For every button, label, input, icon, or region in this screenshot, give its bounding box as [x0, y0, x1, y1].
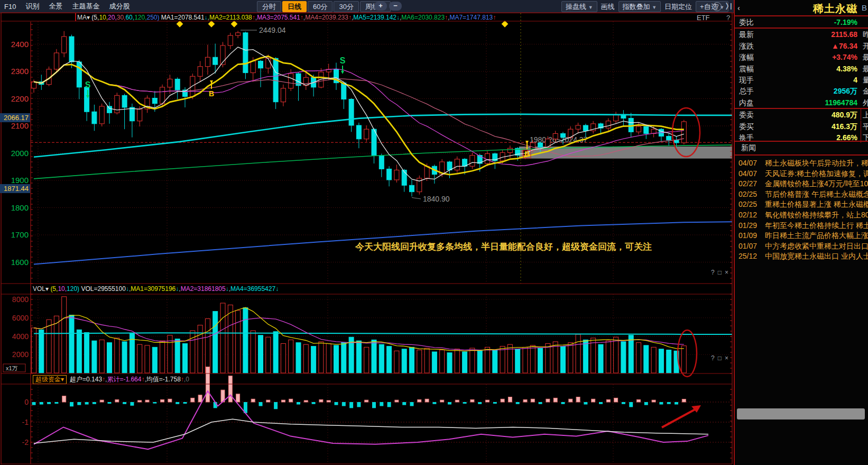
- svg-text:S: S: [85, 80, 91, 89]
- stat-clipped-label: 上: [863, 111, 868, 120]
- svg-text:0: 0: [24, 398, 29, 406]
- svg-text:-2: -2: [22, 438, 29, 446]
- news-date: 01/09: [738, 231, 757, 240]
- stat-row-最新: 最新2115.68昨: [735, 29, 868, 40]
- svg-text:2200: 2200: [11, 94, 29, 103]
- news-title: 氧化镨钕价格持续攀升，站上80: [765, 211, 868, 220]
- stat-row-内盘: 内盘11964784外: [735, 97, 868, 108]
- svg-text:-1: -1: [22, 418, 29, 426]
- stat-value: 4.38%: [767, 65, 857, 73]
- svg-text:1871.44: 1871.44: [4, 185, 29, 193]
- news-item[interactable]: 01/29年初至今稀土价格持续上行 稀土: [735, 220, 868, 231]
- news-title: 重稀土价格显著上涨 稀土永磁概: [765, 200, 868, 209]
- stat-clipped-label: 平: [863, 122, 868, 132]
- symbol-name[interactable]: 稀土永磁: [813, 2, 857, 16]
- news-item[interactable]: 01/09昨日稀土主流产品价格大幅上涨: [735, 230, 868, 241]
- quote-panel: ‹ 稀土永磁 B 委比-7.19%最新2115.68昨涨跌▲76.34开涨幅+3…: [734, 0, 868, 465]
- news-title: 节后价格普涨 午后稀土永磁概念: [765, 190, 868, 199]
- news-date: 04/07: [738, 159, 757, 167]
- stat-label: 内盘: [739, 98, 754, 108]
- news-title: 中方考虑收紧中重稀土对日出口: [765, 242, 868, 251]
- news-title: 昨日稀土主流产品价格大幅上涨: [765, 231, 868, 241]
- stat-row-震幅: 震幅4.38%最: [735, 63, 868, 74]
- stat-value: +3.74%: [767, 53, 857, 61]
- svg-text:1800: 1800: [11, 203, 29, 212]
- svg-text:B: B: [524, 150, 530, 158]
- stat-label: 委比: [739, 18, 754, 28]
- stat-clipped-label: 金: [863, 87, 868, 96]
- stat-label: 委卖: [739, 111, 754, 120]
- news-title: 稀土永磁板块午后异动拉升，稀: [765, 159, 868, 168]
- stat-row-现手: 现手4量: [735, 74, 868, 85]
- stat-row-涨跌: 涨跌▲76.34开: [735, 40, 868, 51]
- news-item[interactable]: 02/27金属镨钕价格上涨4万元/吨至10: [735, 178, 868, 189]
- svg-text:1900: 1900: [11, 176, 29, 185]
- stat-row-委买: 委买416.3万平: [735, 121, 868, 132]
- stat-value: 416.3万: [767, 122, 857, 132]
- stat-clipped-label: 最: [863, 65, 868, 74]
- svg-text:2300: 2300: [11, 67, 29, 76]
- volume-bars: [32, 297, 687, 373]
- news-date: 25/12: [738, 252, 757, 260]
- svg-text:2400: 2400: [11, 40, 29, 49]
- stat-clipped-label: 量: [863, 76, 868, 85]
- svg-text:x1万: x1万: [6, 365, 18, 371]
- news-item[interactable]: 25/12中国放宽稀土永磁出口 业内人士: [735, 251, 868, 261]
- stat-clipped-label: 开: [863, 42, 868, 51]
- news-date: 02/12: [738, 211, 757, 219]
- svg-text:2066.17: 2066.17: [4, 114, 29, 122]
- stat-value: ▲76.34: [767, 42, 857, 50]
- stat-value: 2115.68: [767, 30, 857, 39]
- stat-label: 最新: [739, 30, 754, 40]
- stat-value: 4: [767, 76, 857, 84]
- svg-text:4000: 4000: [12, 332, 29, 341]
- stat-value: 2956万: [767, 87, 857, 96]
- news-item[interactable]: 02/12氧化镨钕价格持续攀升，站上80: [735, 209, 868, 220]
- stat-row-委比: 委比-7.19%: [735, 16, 868, 28]
- stat-clipped-label: 最: [863, 53, 868, 62]
- svg-text:今天大阳线回升收复多条均线，半日量能配合良好，超级资金回流，: 今天大阳线回升收复多条均线，半日量能配合良好，超级资金回流，可关注: [355, 242, 652, 252]
- news-item[interactable]: 04/07稀土永磁板块午后异动拉升，稀: [735, 158, 868, 168]
- news-date: 02/25: [738, 200, 757, 208]
- svg-text:1600: 1600: [11, 258, 29, 267]
- news-date: 04/07: [738, 169, 757, 178]
- stat-label: 现手: [739, 76, 754, 85]
- news-title: 金属镨钕价格上涨4万元/吨至10: [765, 179, 868, 189]
- stat-clipped-label: 外: [863, 98, 868, 108]
- news-title: 中国放宽稀土永磁出口 业内人士: [765, 252, 868, 261]
- news-title: 天风证券:稀土价格加速修复，调: [765, 169, 868, 179]
- svg-text:B: B: [209, 89, 214, 98]
- news-header-bar[interactable]: 新闻: [735, 141, 868, 156]
- stat-row-涨幅: 涨幅+3.74%最: [735, 51, 868, 62]
- news-item[interactable]: 04/07天风证券:稀土价格加速修复，调: [735, 168, 868, 179]
- svg-text:1700: 1700: [11, 230, 29, 239]
- svg-text:S: S: [340, 56, 346, 65]
- svg-text:2449.04: 2449.04: [259, 26, 286, 34]
- news-item[interactable]: 02/25重稀土价格显著上涨 稀土永磁概: [735, 199, 868, 209]
- stat-row-委卖: 委卖480.9万上: [735, 109, 868, 120]
- stat-clipped-label: 昨: [863, 30, 868, 40]
- stat-label: 震幅: [739, 65, 754, 74]
- stat-label: 涨幅: [739, 53, 754, 62]
- quote-title-bar: ‹ 稀土永磁 B: [735, 0, 868, 16]
- svg-text:2000: 2000: [11, 149, 29, 158]
- news-item[interactable]: 01/07中方考虑收紧中重稀土对日出口: [735, 241, 868, 251]
- stat-value: -7.19%: [767, 18, 857, 26]
- symbol-code-fragment: B: [862, 3, 867, 12]
- news-date: 01/29: [738, 221, 757, 230]
- chart-canvas[interactable]: 1980.26~2024.37SSBB2449.041840.90今天大阳线回升…: [0, 0, 734, 465]
- fund-bars: [32, 367, 686, 413]
- back-icon[interactable]: ‹: [737, 3, 740, 12]
- svg-text:2100: 2100: [11, 121, 29, 130]
- news-title: 年初至今稀土价格持续上行 稀土: [765, 221, 868, 231]
- stat-value: 11964784: [767, 98, 857, 107]
- news-date: 02/27: [738, 179, 757, 188]
- svg-text:8000: 8000: [12, 295, 29, 304]
- news-item[interactable]: 02/25节后价格普涨 午后稀土永磁概念: [735, 189, 868, 199]
- news-scrollbar[interactable]: [737, 408, 865, 420]
- news-date: 02/25: [738, 190, 757, 198]
- stat-label: 涨跌: [739, 42, 754, 51]
- stat-value: 480.9万: [767, 111, 857, 120]
- svg-text:2000: 2000: [12, 350, 29, 359]
- gridlines: [31, 13, 732, 464]
